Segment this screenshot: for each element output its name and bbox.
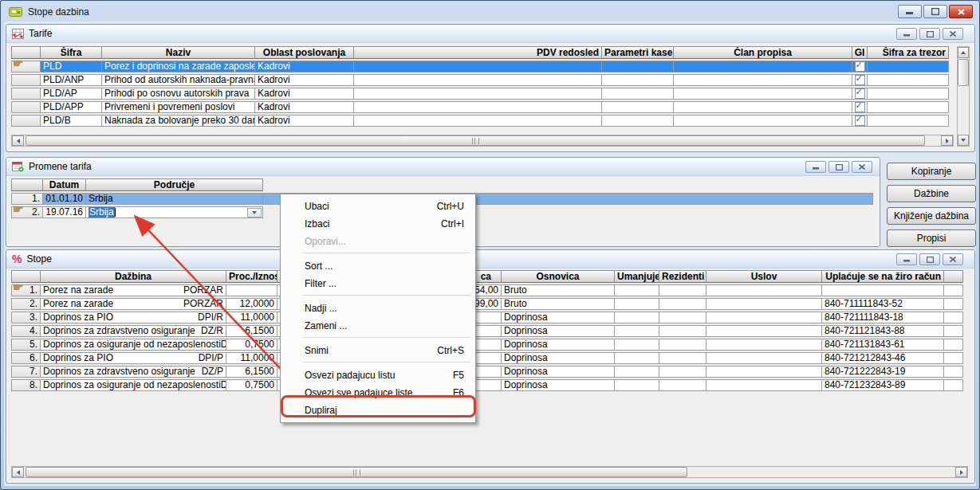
scroll-left-button[interactable] [12, 135, 24, 146]
stope-row-7[interactable]: 7. Doprinos za zdravstveno osiguranjeDZ/… [11, 366, 963, 378]
cell-rezidenti[interactable] [659, 352, 706, 364]
cell-proc[interactable]: 12,0000 [226, 298, 277, 310]
cell-osnovica[interactable]: Doprinosa [501, 339, 615, 351]
cell-umanjuje[interactable] [614, 325, 659, 337]
cell-extra[interactable] [943, 284, 963, 296]
cell-sifra-za-trezor[interactable] [867, 115, 949, 127]
cell-uslov[interactable] [706, 366, 822, 378]
tarife-row-3[interactable]: PLD/AP Prihodi po osnovu autorskih prava… [11, 88, 949, 100]
cell-extra[interactable] [943, 352, 963, 364]
scroll-track[interactable] [24, 135, 941, 146]
cell-osnovica[interactable]: Doprinosa [501, 366, 615, 378]
cell-proc[interactable]: 6,1500 [226, 366, 277, 378]
cell-gi[interactable] [852, 88, 868, 100]
cell-umanjuje[interactable] [614, 366, 659, 378]
cell-osnovica[interactable]: Bruto [501, 298, 615, 310]
scroll-down-button[interactable] [958, 135, 969, 146]
tarife-row-2[interactable]: PLD/ANP Prihod od autorskih naknada-prav… [11, 74, 949, 86]
column-header-datum[interactable]: Datum [42, 178, 86, 191]
column-header-podrucje[interactable]: Područje [85, 178, 263, 191]
tarife-minimize-button[interactable] [896, 28, 917, 40]
cell-clan-propisa[interactable] [673, 88, 852, 100]
menu-item-izbaci[interactable]: IzbaciCtrl+I [281, 215, 475, 233]
knjizenje-dazbina-button[interactable]: Knjiženje dažbina [887, 207, 976, 225]
cell-sifra[interactable]: PLD/AP [40, 88, 102, 100]
cell-parametri-kase[interactable] [601, 61, 674, 73]
row-indicator-cell[interactable] [11, 115, 41, 127]
tarife-vscrollbar[interactable] [957, 46, 970, 147]
cell-ziro[interactable]: 840-721232843-89 [821, 379, 944, 391]
row-number-cell[interactable]: 8. [11, 379, 41, 391]
column-header-pdv-redosled[interactable]: PDV redosled [353, 46, 602, 59]
cell-osnovica[interactable]: Doprinosa [501, 352, 615, 364]
cell-parametri-kase[interactable] [601, 115, 674, 127]
column-header-oblast[interactable]: Oblast poslovanja [254, 46, 354, 59]
column-header-dazbina[interactable]: Dažbina [40, 270, 226, 283]
stope-row-4[interactable]: 4. Doprinos za zdravstveno osiguranjeDZ/… [11, 325, 963, 337]
cell-ziro[interactable]: 840-721111843-18 [821, 312, 944, 323]
tarife-row-4[interactable]: PLD/APP Privremeni i povremeni poslovi K… [11, 101, 949, 113]
stope-row-6[interactable]: 6. Doprinos za PIODPI/P 11,0000 Doprinos… [11, 352, 963, 364]
stope-row-8[interactable]: 8. Doprinos za osiguranje od nezaposleno… [11, 379, 963, 391]
row-number-cell[interactable]: 2. [11, 298, 41, 310]
cell-proc[interactable]: 6,1500 [226, 325, 277, 337]
cell-umanjuje[interactable] [614, 284, 659, 296]
cell-extra[interactable] [943, 325, 963, 337]
cell-pdv-redosled[interactable] [353, 88, 602, 100]
column-header-clan-propisa[interactable]: Član propisa [673, 46, 852, 59]
cell-extra[interactable] [943, 339, 963, 351]
cell-naziv[interactable]: Porez i doprinosi na zarade zaposlenih [101, 61, 255, 73]
column-header-sifra-za-trezor[interactable]: Šifra za trezor [867, 46, 949, 59]
cell-podrucje-editing[interactable]: Srbija [85, 206, 263, 218]
row-number-cell[interactable]: 5. [11, 339, 41, 351]
stope-row-3[interactable]: 3. Doprinos za PIODPI/R 11,0000 Doprinos… [11, 312, 963, 323]
cell-proc[interactable]: 0,7500 [226, 379, 277, 391]
cell-sifra[interactable]: PLD [40, 61, 102, 73]
scroll-left-button[interactable] [12, 467, 24, 477]
propisi-button[interactable]: Propisi [887, 229, 976, 247]
cell-sifra-za-trezor[interactable] [867, 74, 949, 86]
cell-rezidenti[interactable] [659, 325, 706, 337]
column-header-rezidenti[interactable]: Rezidenti [659, 270, 706, 283]
scroll-track[interactable] [24, 467, 955, 477]
cell-proc[interactable] [226, 284, 277, 296]
cell-dazbina[interactable]: Porez na zaradePORZAR [40, 298, 226, 310]
scroll-thumb[interactable] [958, 59, 969, 86]
tarife-row-5[interactable]: PLD/B Naknada za bolovanje preko 30 dana… [11, 115, 949, 127]
cell-umanjuje[interactable] [614, 312, 659, 323]
menu-item-zameni[interactable]: Zameni ... [281, 317, 475, 335]
cell-umanjuje[interactable] [614, 379, 659, 391]
cell-umanjuje[interactable] [614, 352, 659, 364]
gi-checkbox[interactable] [855, 116, 865, 126]
tarife-maximize-button[interactable] [919, 28, 940, 40]
scroll-thumb[interactable] [26, 135, 925, 146]
cell-umanjuje[interactable] [614, 339, 659, 351]
scroll-thumb[interactable] [26, 467, 687, 477]
stope-maximize-button[interactable] [919, 253, 940, 265]
cell-extra[interactable] [943, 312, 963, 323]
cell-uslov[interactable] [706, 379, 822, 391]
menu-item-osvezi-padajucu-listu[interactable]: Osvezi padajucu listuF5 [281, 367, 475, 384]
menu-item-snimi[interactable]: SnimiCtrl+S [281, 342, 475, 359]
cell-sifra[interactable]: PLD/APP [40, 101, 102, 113]
scroll-right-button[interactable] [955, 467, 967, 477]
stope-minimize-button[interactable] [896, 253, 917, 265]
cell-ziro[interactable]: 840-721131843-61 [821, 339, 944, 351]
minimize-button[interactable] [898, 5, 922, 18]
column-header-naziv[interactable]: Naziv [101, 46, 255, 59]
cell-clan-propisa[interactable] [673, 101, 852, 113]
cell-naziv[interactable]: Privremeni i povremeni poslovi [101, 101, 255, 113]
cell-datum[interactable]: 19.07.16 [42, 206, 86, 218]
cell-uslov[interactable] [706, 352, 822, 364]
cell-extra[interactable] [943, 366, 963, 378]
stope-hscrollbar[interactable] [11, 466, 968, 478]
cell-sifra[interactable]: PLD/B [40, 115, 102, 127]
cell-extra[interactable] [943, 298, 963, 310]
cell-extra[interactable] [943, 379, 963, 391]
cell-ziro[interactable]: 840-711111843-52 [821, 298, 944, 310]
cell-gi[interactable] [852, 115, 868, 127]
cell-parametri-kase[interactable] [601, 88, 674, 100]
column-header-parametri-kase[interactable]: Parametri kase [601, 46, 674, 59]
cell-rezidenti[interactable] [659, 312, 706, 323]
cell-osnovica[interactable]: Doprinosa [501, 325, 615, 337]
